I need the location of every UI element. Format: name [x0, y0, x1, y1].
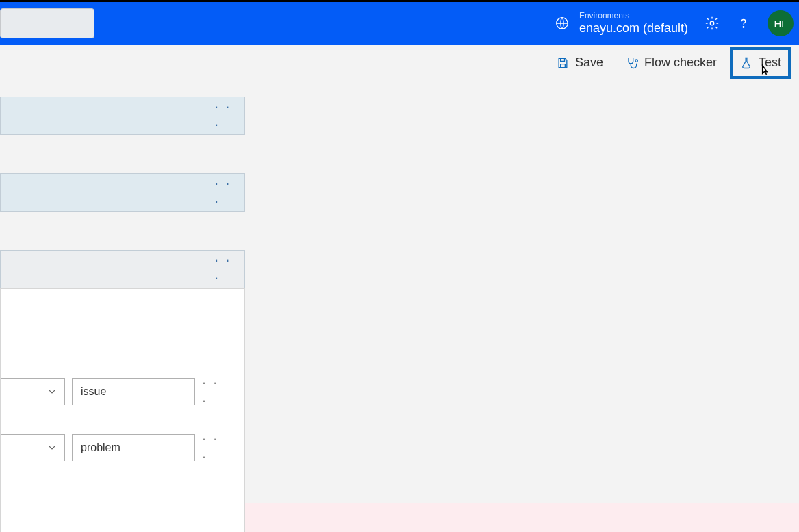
card-menu-button[interactable]: · · · — [214, 179, 242, 206]
test-label: Test — [759, 55, 781, 70]
card-menu-button[interactable]: · · · — [214, 102, 242, 129]
test-button[interactable]: Test — [730, 47, 791, 79]
user-avatar[interactable]: HL — [768, 10, 794, 36]
designer-toolbar: Save Flow checker Test Test — [0, 45, 799, 81]
stethoscope-icon — [625, 56, 639, 70]
search-input[interactable] — [0, 8, 94, 38]
flow-checker-button[interactable]: Flow checker — [616, 47, 726, 79]
header-right-group: Environments enayu.com (default) HL — [555, 10, 794, 36]
avatar-initials: HL — [774, 18, 787, 29]
row-menu-button[interactable]: · · · — [202, 378, 229, 405]
flow-checker-label: Flow checker — [644, 55, 717, 70]
save-button[interactable]: Save — [547, 47, 612, 79]
globe-icon — [555, 16, 570, 31]
value-input-2[interactable] — [72, 434, 195, 461]
svg-point-3 — [635, 60, 637, 62]
action-card[interactable]: · · · — [0, 173, 245, 212]
help-icon[interactable] — [736, 16, 751, 31]
app-header: Environments enayu.com (default) HL — [0, 2, 799, 45]
flow-canvas[interactable]: · · · · · · · · · · · · · · · — [0, 81, 799, 503]
operator-dropdown[interactable] — [1, 378, 65, 405]
svg-point-1 — [710, 21, 714, 25]
environment-picker[interactable]: Environments enayu.com (default) — [555, 12, 688, 35]
flask-icon — [739, 56, 753, 70]
chevron-down-icon — [47, 386, 58, 397]
save-label: Save — [575, 55, 603, 70]
operator-dropdown[interactable] — [1, 434, 65, 461]
settings-icon[interactable] — [705, 16, 720, 31]
environment-name: enayu.com (default) — [579, 21, 688, 36]
save-icon — [556, 56, 570, 70]
svg-point-2 — [743, 27, 744, 27]
card-menu-button[interactable]: · · · — [214, 255, 242, 283]
row-menu-button[interactable]: · · · — [202, 434, 229, 461]
trigger-card[interactable]: · · · — [0, 97, 245, 135]
environment-text: Environments enayu.com (default) — [579, 12, 688, 35]
environment-label: Environments — [579, 12, 688, 21]
condition-panel: · · · · · · — [0, 288, 245, 532]
value-input-1[interactable] — [72, 378, 195, 405]
condition-header[interactable]: · · · — [0, 250, 245, 288]
chevron-down-icon — [47, 442, 58, 453]
